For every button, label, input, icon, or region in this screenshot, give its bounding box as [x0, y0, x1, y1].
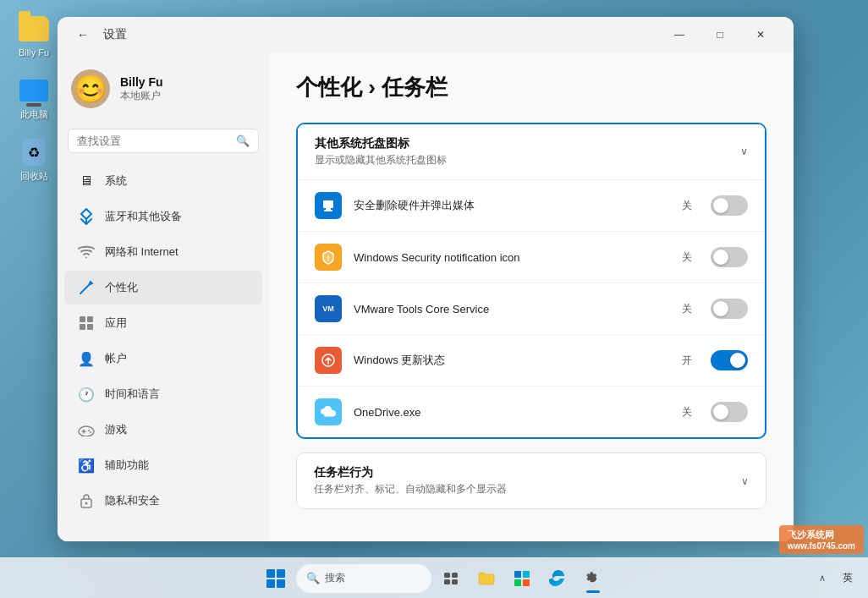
onedrive-toggle[interactable] [711, 402, 748, 422]
language-indicator[interactable]: 英 [838, 568, 858, 589]
svg-point-8 [90, 431, 91, 433]
svg-rect-11 [323, 200, 333, 208]
title-bar-left: ← 设置 [71, 23, 127, 47]
nav-item-system[interactable]: 🖥 系统 [64, 164, 262, 198]
taskbar-search-text: 搜索 [325, 571, 345, 585]
desktop-icon-area: Billy Fu 此电脑 ♻ 回收站 [4, 8, 63, 188]
settings-taskbar-button[interactable] [577, 562, 609, 595]
start-button[interactable] [259, 562, 293, 595]
svg-rect-20 [514, 571, 521, 578]
taskbar-behavior-subtitle: 任务栏对齐、标记、自动隐藏和多个显示器 [314, 482, 507, 497]
settings-search-input[interactable] [77, 134, 229, 147]
taskbar-behavior-section: 任务栏行为 任务栏对齐、标记、自动隐藏和多个显示器 ∨ [296, 453, 766, 509]
vmware-status: 关 [682, 302, 692, 316]
search-icon-sm: 🔍 [236, 134, 250, 147]
task-view-button[interactable] [435, 562, 467, 595]
privacy-icon [78, 492, 95, 509]
nav-item-privacy[interactable]: 隐私和安全 [64, 484, 262, 518]
nav-label-personalization: 个性化 [105, 280, 138, 295]
file-explorer-button[interactable] [470, 562, 503, 595]
nav-label-system: 系统 [105, 173, 127, 189]
onedrive-icon [315, 398, 342, 425]
window-title: 设置 [103, 27, 127, 42]
settings-search-box[interactable]: 🔍 [68, 129, 259, 153]
sys-tray-area[interactable]: ∧ [814, 571, 831, 585]
toggle-item-windows-update: Windows 更新状态 开 [298, 335, 765, 387]
desktop-icon-recycle[interactable]: ♻ 回收站 [4, 132, 63, 187]
nav-item-network[interactable]: 网络和 Internet [64, 235, 262, 269]
nav-item-gaming[interactable]: 游戏 [64, 413, 262, 447]
watermark-url: www.fs0745.com [788, 541, 855, 551]
nav-item-time[interactable]: 🕐 时间和语言 [64, 377, 262, 411]
toggle-item-onedrive: OneDrive.exe 关 [298, 387, 765, 437]
svg-text:!: ! [327, 254, 330, 262]
taskbar-behavior-title: 任务栏行为 [314, 465, 507, 480]
svg-rect-16 [444, 573, 450, 578]
windows-security-toggle[interactable] [711, 247, 748, 267]
nav-item-bluetooth[interactable]: 蓝牙和其他设备 [64, 200, 262, 233]
back-button[interactable]: ← [71, 23, 95, 47]
taskbar-search[interactable]: 🔍 搜索 [296, 564, 431, 593]
nav-item-personalization[interactable]: 个性化 [64, 271, 262, 304]
username: Billy Fu [120, 75, 163, 89]
recycle-icon: ♻ [19, 137, 49, 167]
windows-security-icon: ! [315, 244, 342, 271]
watermark: 飞沙系统网 www.fs0745.com [779, 525, 864, 554]
svg-rect-1 [87, 316, 93, 322]
windows-logo [266, 569, 285, 588]
minimize-button[interactable]: — [660, 21, 699, 48]
desktop-icon-billyfu[interactable]: Billy Fu [4, 8, 63, 63]
vmware-toggle[interactable] [711, 299, 748, 319]
windows-update-label: Windows 更新状态 [354, 353, 670, 368]
gaming-icon [78, 421, 95, 438]
nav-item-accounts[interactable]: 👤 帐户 [64, 342, 262, 376]
svg-rect-19 [452, 579, 458, 584]
accounts-icon: 👤 [78, 350, 95, 367]
apps-icon [78, 315, 95, 332]
desktop-icon-computer[interactable]: 此电脑 [4, 70, 63, 125]
svg-rect-22 [514, 579, 521, 586]
systray-title-block: 其他系统托盘图标 显示或隐藏其他系统托盘图标 [315, 136, 447, 167]
user-info: Billy Fu 本地账户 [120, 75, 163, 103]
window-controls: — □ ✕ [660, 21, 780, 48]
close-button[interactable]: ✕ [741, 21, 780, 48]
store-button[interactable] [506, 562, 538, 595]
vmware-icon: VM [315, 295, 342, 322]
safe-remove-toggle[interactable] [711, 195, 748, 216]
account-type: 本地账户 [120, 89, 163, 103]
svg-rect-13 [324, 210, 332, 211]
edge-button[interactable] [541, 562, 574, 595]
desktop: Billy Fu 此电脑 ♻ 回收站 ← 设置 — □ ✕ [0, 0, 868, 598]
systray-chevron: ∧ [740, 146, 748, 158]
user-profile[interactable]: 😊 Billy Fu 本地账户 [58, 59, 269, 118]
windows-update-toggle[interactable] [711, 350, 748, 370]
settings-window: ← 设置 — □ ✕ 😊 Billy Fu 本地账户 [58, 17, 794, 541]
nav-label-accounts: 帐户 [105, 351, 127, 366]
nav-item-accessibility[interactable]: ♿ 辅助功能 [64, 448, 262, 482]
time-icon: 🕐 [78, 386, 95, 403]
taskbar-behavior-header[interactable]: 任务栏行为 任务栏对齐、标记、自动隐藏和多个显示器 ∨ [297, 453, 766, 508]
nav-label-gaming: 游戏 [105, 422, 127, 437]
nav-item-apps[interactable]: 应用 [64, 306, 262, 340]
svg-rect-2 [80, 324, 85, 330]
settings-body: 😊 Billy Fu 本地账户 🔍 🖥 系统 [58, 52, 794, 541]
avatar: 😊 [71, 69, 110, 108]
system-icon: 🖥 [78, 173, 95, 189]
desktop-icon-label-billyfu: Billy Fu [19, 47, 49, 58]
desktop-icon-label-recycle: 回收站 [20, 171, 48, 182]
nav-label-privacy: 隐私和安全 [105, 493, 160, 508]
personalization-icon [78, 279, 95, 296]
sidebar: 😊 Billy Fu 本地账户 🔍 🖥 系统 [58, 52, 269, 541]
windows-update-status: 开 [682, 354, 692, 368]
safe-remove-label: 安全删除硬件并弹出媒体 [354, 198, 670, 213]
svg-rect-3 [87, 324, 93, 330]
watermark-text: 飞沙系统网 [788, 529, 855, 541]
taskbar: 🔍 搜索 [0, 557, 868, 598]
maximize-button[interactable]: □ [700, 21, 739, 48]
taskbar-behavior-chevron: ∨ [741, 475, 749, 487]
systray-title: 其他系统托盘图标 [315, 136, 447, 151]
nav-label-time: 时间和语言 [105, 387, 160, 402]
svg-point-7 [88, 430, 90, 431]
svg-point-4 [79, 426, 94, 436]
systray-section-header[interactable]: 其他系统托盘图标 显示或隐藏其他系统托盘图标 ∧ [298, 124, 765, 179]
